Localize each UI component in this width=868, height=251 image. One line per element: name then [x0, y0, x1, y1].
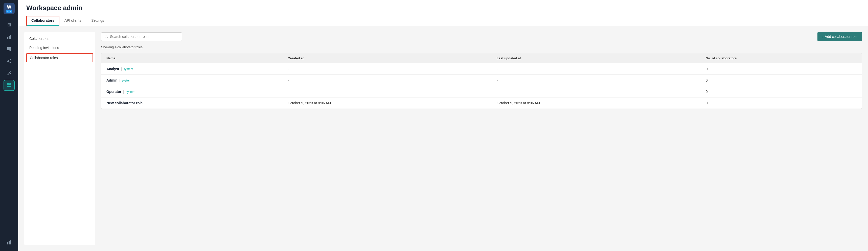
- role-name-text: New collaborator role: [106, 101, 143, 105]
- table-row[interactable]: Analystsystem--0: [101, 63, 862, 75]
- table-header-row: Name Created at Last updated at No. of c…: [101, 53, 862, 63]
- system-badge: system: [120, 79, 131, 82]
- cell-num-collaborators: 0: [701, 98, 862, 109]
- search-icon: [104, 35, 108, 39]
- collaborator-roles-table: Name Created at Last updated at No. of c…: [101, 53, 862, 109]
- cell-num-collaborators: 0: [701, 63, 862, 75]
- cell-last-updated: -: [492, 75, 701, 86]
- tab-api-clients[interactable]: API clients: [59, 16, 86, 26]
- cell-name: Operatorsystem: [101, 86, 283, 98]
- col-last-updated: Last updated at: [492, 53, 701, 63]
- svg-point-3: [10, 59, 11, 60]
- sidebar-bottom: [4, 237, 15, 248]
- tab-collaborators[interactable]: Collaborators: [26, 16, 59, 26]
- content-area: Collaborators Pending invitations Collab…: [18, 26, 868, 251]
- left-nav-collaborator-roles[interactable]: Collaborator roles: [26, 53, 93, 62]
- tabs-bar: Collaborators API clients Settings: [26, 16, 860, 26]
- sidebar-item-wrench[interactable]: [4, 68, 15, 79]
- svg-rect-10: [7, 85, 9, 87]
- svg-rect-9: [9, 83, 11, 85]
- role-name-text: Admin: [106, 78, 118, 82]
- svg-rect-12: [7, 242, 8, 244]
- sidebar-item-chart[interactable]: [4, 31, 15, 42]
- cell-name: New collaborator role: [101, 98, 283, 109]
- col-num-collaborators: No. of collaborators: [701, 53, 862, 63]
- cell-num-collaborators: 0: [701, 75, 862, 86]
- svg-point-4: [7, 61, 8, 62]
- sidebar-item-book[interactable]: [4, 43, 15, 55]
- system-badge: system: [121, 67, 133, 71]
- sidebar-item-share[interactable]: [4, 56, 15, 67]
- logo-letter: W: [7, 5, 11, 9]
- left-nav-pending-invitations[interactable]: Pending invitations: [24, 43, 95, 52]
- cell-created-at: -: [283, 75, 492, 86]
- cell-last-updated: -: [492, 86, 701, 98]
- search-action-row: + Add collaborator role: [101, 32, 862, 41]
- cell-created-at: October 9, 2023 at 8:06 AM: [283, 98, 492, 109]
- role-name-text: Operator: [106, 89, 121, 94]
- cell-last-updated: October 9, 2023 at 8:06 AM: [492, 98, 701, 109]
- svg-rect-0: [7, 37, 8, 39]
- svg-rect-2: [10, 35, 11, 39]
- svg-rect-8: [7, 83, 9, 85]
- table-row[interactable]: Adminsystem--0: [101, 75, 862, 86]
- svg-point-15: [105, 35, 107, 37]
- showing-count-text: Showing 4 collaborator roles: [101, 45, 862, 49]
- right-content-panel: + Add collaborator role Showing 4 collab…: [101, 32, 862, 245]
- svg-rect-1: [9, 36, 10, 39]
- left-nav-panel: Collaborators Pending invitations Collab…: [24, 32, 95, 245]
- left-nav-collaborators[interactable]: Collaborators: [24, 34, 95, 43]
- system-badge: system: [123, 90, 135, 94]
- cell-created-at: -: [283, 63, 492, 75]
- page-title: Workspace admin: [26, 4, 860, 12]
- table-row[interactable]: Operatorsystem--0: [101, 86, 862, 98]
- cell-name: Analystsystem: [101, 63, 283, 75]
- sidebar-item-admin[interactable]: [4, 80, 15, 91]
- sidebar-nav: ⊞: [0, 19, 18, 237]
- logo-badge: DEV: [6, 10, 12, 13]
- search-box[interactable]: [101, 32, 182, 41]
- svg-line-16: [107, 37, 108, 38]
- cell-created-at: -: [283, 86, 492, 98]
- tab-settings[interactable]: Settings: [86, 16, 109, 26]
- search-input[interactable]: [110, 35, 179, 39]
- add-collaborator-role-button[interactable]: + Add collaborator role: [817, 32, 862, 41]
- workspace-logo[interactable]: W DEV: [4, 3, 15, 14]
- page-header: Workspace admin Collaborators API client…: [18, 0, 868, 26]
- col-created-at: Created at: [283, 53, 492, 63]
- cell-last-updated: -: [492, 63, 701, 75]
- table-row[interactable]: New collaborator roleOctober 9, 2023 at …: [101, 98, 862, 109]
- svg-point-5: [10, 62, 11, 63]
- svg-rect-14: [10, 240, 11, 244]
- sidebar-item-layers[interactable]: ⊞: [4, 19, 15, 30]
- svg-line-7: [8, 61, 10, 62]
- role-name-text: Analyst: [106, 67, 119, 71]
- col-name: Name: [101, 53, 283, 63]
- svg-rect-13: [9, 241, 10, 244]
- svg-line-6: [8, 60, 10, 61]
- cell-name: Adminsystem: [101, 75, 283, 86]
- main-content: Workspace admin Collaborators API client…: [18, 0, 868, 251]
- cell-num-collaborators: 0: [701, 86, 862, 98]
- svg-rect-11: [9, 85, 11, 87]
- sidebar: W DEV ⊞: [0, 0, 18, 251]
- sidebar-item-bar-chart[interactable]: [4, 237, 15, 248]
